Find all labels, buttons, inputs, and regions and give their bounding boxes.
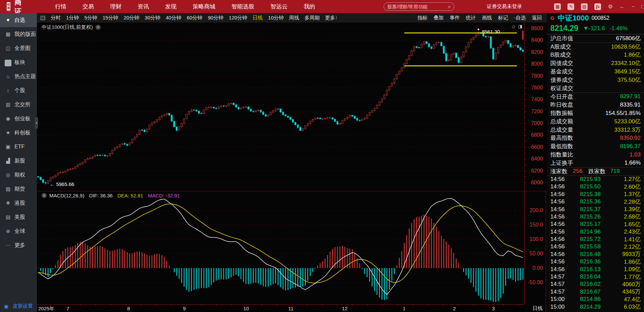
period-5分钟[interactable]: 5分钟: [84, 15, 97, 21]
sidebar-item-创业板[interactable]: ◉创业板: [0, 112, 37, 126]
sidebar-item-个股[interactable]: ↕个股: [0, 83, 37, 98]
sidebar-item-新股[interactable]: ▟新股: [0, 154, 37, 168]
top-menu-item-智能选股[interactable]: 智能选股: [232, 3, 254, 10]
app-grid-icon[interactable]: ▦: [554, 3, 561, 10]
sidebar-item-科创板[interactable]: ★科创板: [0, 126, 37, 140]
toolbar-标记[interactable]: 标记: [498, 15, 508, 21]
top-menu-item-资讯[interactable]: 资讯: [138, 3, 149, 10]
period-20分钟[interactable]: 20分钟: [123, 15, 139, 21]
candlestick-chart[interactable]: 8561.30← 5965.66: [37, 23, 524, 191]
search-icon[interactable]: ⌕: [448, 4, 451, 10]
stat-value: 8196.37: [620, 143, 641, 150]
period-40分钟[interactable]: 40分钟: [166, 15, 182, 21]
tick-row: 14:568216.489933万: [547, 251, 644, 258]
search-box[interactable]: ⌕: [384, 2, 454, 11]
top-menu-item-交易[interactable]: 交易: [83, 3, 94, 10]
period-30分钟[interactable]: 30分钟: [145, 15, 160, 21]
tick-time: 14:56: [550, 206, 572, 213]
sidebar-item-板块[interactable]: SH板块: [0, 55, 37, 69]
top-menu-item-行情[interactable]: 行情: [55, 3, 66, 10]
minimize-icon[interactable]: −: [632, 4, 635, 10]
price-axis-tick: [524, 35, 526, 35]
price-axis-tick: [524, 123, 526, 124]
restore-icon[interactable]: □: [641, 4, 644, 10]
sidebar-item-热点主题[interactable]: ♨热点主题: [0, 69, 37, 83]
period-60分钟[interactable]: 60分钟: [187, 15, 202, 21]
toolbar-事件[interactable]: 事件: [450, 15, 460, 21]
sidebar-item-全景图[interactable]: ◫全景图: [0, 41, 37, 55]
toolbar-返回[interactable]: 返回: [532, 15, 542, 21]
toolbar-画线[interactable]: 画线: [482, 15, 492, 21]
period-多周期[interactable]: 多周期: [305, 15, 320, 21]
period-10分钟[interactable]: 10分钟: [268, 15, 284, 21]
top-menu-item-策略商城[interactable]: 策略商城: [193, 3, 215, 10]
search-input[interactable]: [387, 4, 448, 9]
sidebar-item-全球[interactable]: ⊕全球: [0, 224, 37, 238]
time-axis-tick: [247, 305, 247, 306]
toolbar-叠加[interactable]: 叠加: [434, 15, 444, 21]
tick-time: 14:56: [550, 221, 572, 228]
sidebar-item-label: 科创板: [14, 129, 31, 136]
period-15分钟[interactable]: 15分钟: [103, 15, 118, 21]
time-axis-tick: [488, 305, 489, 306]
热点主题-icon: ♨: [5, 73, 11, 80]
sidebar-item-港股[interactable]: ❖港股: [0, 196, 37, 210]
price-axis-tick: [524, 147, 526, 147]
quote-name[interactable]: 中证1000: [558, 13, 589, 23]
price-axis-tick: [524, 94, 526, 94]
tick-amount: 9933万: [609, 250, 641, 258]
skin-settings-button[interactable]: ▣ 皮肤设置: [0, 303, 37, 309]
period-周线[interactable]: 周线: [289, 15, 299, 21]
login-status[interactable]: 证券交易未登录: [487, 3, 522, 10]
tick-amount: 1.41亿: [609, 236, 641, 243]
decliners-label: 跌家数: [588, 168, 605, 175]
stat-row-指数量比: 指数量比1.03: [547, 150, 644, 159]
sidebar-item-期货[interactable]: ▨期货: [0, 182, 37, 196]
sidebar-item-自选[interactable]: ♥自选: [0, 13, 37, 27]
sidebar-item-北交所[interactable]: ▥北交所: [0, 98, 37, 112]
top-menu-item-智远云[interactable]: 智远云: [270, 3, 288, 10]
sidebar-item-美股[interactable]: ▤美股: [0, 210, 37, 224]
stat-row-债券成交: 债券成交375.50亿: [547, 76, 644, 84]
quote-stats: 沪总市值675806亿A股成交10628.56亿B股成交1.86亿国债成交233…: [547, 34, 644, 167]
period-分时[interactable]: 分时: [51, 15, 61, 21]
tick-amount: 1.65亿: [609, 221, 641, 228]
tick-price: 8215.58: [572, 243, 609, 250]
top-menu-item-发现[interactable]: 发现: [165, 3, 177, 10]
time-axis-tick: [473, 305, 474, 306]
period-日线[interactable]: 日线: [253, 15, 263, 21]
formula-icon[interactable]: fx: [594, 3, 601, 10]
time-axis-tick: [337, 305, 338, 306]
package-icon[interactable]: ▧: [581, 3, 588, 10]
edit-icon[interactable]: ✎: [567, 3, 574, 10]
tick-time: 15:00: [550, 304, 572, 310]
sidebar-item-我的版面[interactable]: ▦我的版面: [0, 27, 37, 41]
period-120分钟[interactable]: 120分钟: [229, 15, 247, 21]
tick-price: 8214.86: [572, 296, 609, 303]
settings-gear-icon[interactable]: ⚙: [608, 3, 612, 10]
top-menu-item-理财[interactable]: 理财: [110, 3, 121, 10]
price-axis-label: 6400: [526, 156, 543, 162]
back-arrow-icon[interactable]: ←: [620, 4, 625, 10]
tick-amount: 47.4亿: [609, 296, 641, 303]
sidebar-item-ETF[interactable]: ▣ETF: [0, 140, 37, 154]
time-axis-tick: [503, 305, 504, 306]
period-90分钟[interactable]: 90分钟: [208, 15, 224, 21]
sidebar-item-label: 美股: [14, 214, 25, 221]
top-menu-item-我的[interactable]: 我的: [304, 3, 315, 10]
stat-label: 今日开盘: [550, 93, 573, 101]
time-axis-tick: [367, 305, 368, 306]
toolbar--自选[interactable]: -自选: [514, 15, 526, 21]
period-更多〉[interactable]: 更多〉: [325, 15, 340, 21]
sidebar-item-label: 期货: [14, 186, 25, 193]
toolbar-指标[interactable]: 指标: [417, 15, 428, 21]
skin-label: 皮肤设置: [13, 303, 33, 309]
sidebar-item-更多[interactable]: ⋯更多: [0, 238, 37, 252]
全球-icon: ⊕: [5, 228, 11, 235]
sidebar-item-期权[interactable]: ◎期权: [0, 168, 37, 182]
period-1分钟[interactable]: 1分钟: [66, 15, 79, 21]
layout-grid-icon[interactable]: ◫: [40, 16, 45, 20]
tick-row: 14:568215.262.68亿: [547, 213, 644, 221]
macd-chart[interactable]: [37, 191, 524, 304]
toolbar-统计[interactable]: 统计: [466, 15, 476, 21]
